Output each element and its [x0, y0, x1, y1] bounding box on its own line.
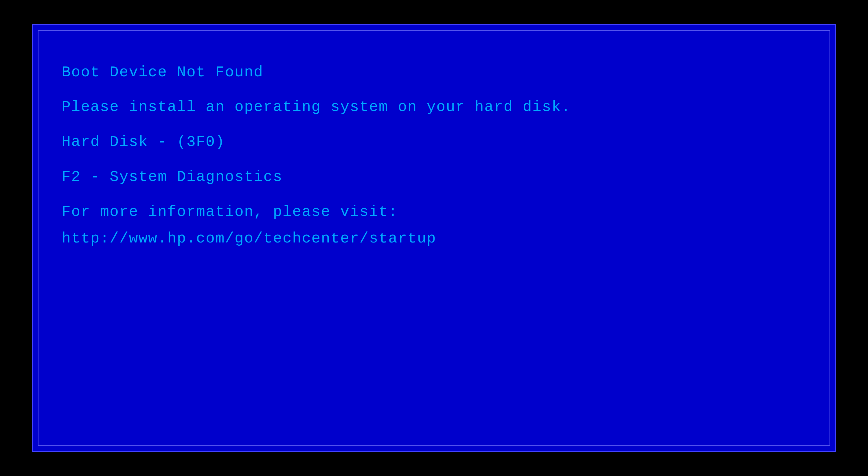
install-os-message: Please install an operating system on yo…: [62, 97, 806, 118]
screen-content-area: Boot Device Not Found Please install an …: [38, 30, 830, 446]
spacer-top: [62, 48, 806, 62]
boot-device-not-found-title: Boot Device Not Found: [62, 62, 806, 83]
spacer-4: [62, 188, 806, 202]
hard-disk-error-code: Hard Disk - (3F0): [62, 132, 806, 153]
hp-url: http://www.hp.com/go/techcenter/startup: [62, 228, 806, 249]
spacer-3: [62, 153, 806, 167]
spacer-5: [62, 223, 806, 228]
f2-diagnostics-label: F2 - System Diagnostics: [62, 167, 806, 188]
more-info-label: For more information, please visit:: [62, 202, 806, 223]
bios-screen: Boot Device Not Found Please install an …: [32, 24, 836, 452]
spacer-2: [62, 118, 806, 132]
spacer-1: [62, 83, 806, 97]
